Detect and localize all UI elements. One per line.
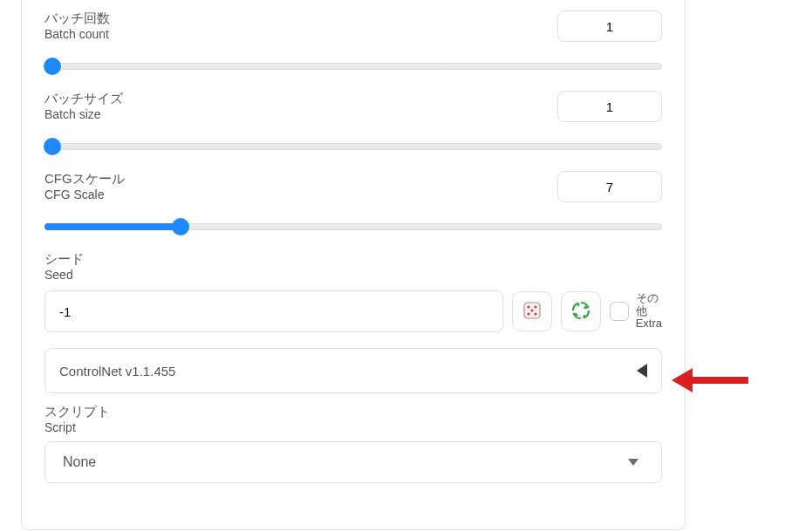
extra-checkbox[interactable]: [610, 302, 629, 321]
batch-size-slider[interactable]: [44, 140, 662, 153]
batch-count-label-ja: バッチ回数: [44, 10, 110, 27]
recycle-icon: [570, 300, 591, 324]
svg-point-2: [534, 305, 536, 308]
cfg-scale-label-ja: CFGスケール: [44, 171, 125, 188]
batch-count-input[interactable]: [557, 10, 662, 42]
cfg-scale-input[interactable]: [557, 171, 662, 202]
batch-size-group: バッチサイズ Batch size: [44, 91, 662, 153]
seed-label-ja: シード: [44, 251, 662, 268]
batch-size-label-en: Batch size: [44, 107, 123, 121]
cfg-scale-group: CFGスケール CFG Scale: [44, 171, 662, 234]
svg-point-3: [530, 309, 533, 311]
script-label-en: Script: [44, 420, 662, 434]
extra-label-ja1: その: [636, 292, 662, 305]
dice-icon: [522, 300, 543, 324]
extra-toggle[interactable]: その 他 Extra: [610, 292, 662, 331]
seed-group: シード Seed: [44, 251, 662, 332]
seed-reuse-button[interactable]: [561, 291, 601, 331]
cfg-scale-slider[interactable]: [44, 220, 662, 234]
script-label-ja: スクリプト: [44, 404, 662, 420]
chevron-down-icon: [628, 459, 638, 466]
batch-count-group: バッチ回数 Batch count: [44, 10, 662, 73]
batch-count-slider[interactable]: [44, 59, 662, 73]
batch-size-input[interactable]: [557, 91, 662, 122]
script-select[interactable]: None: [44, 441, 662, 483]
script-group: スクリプト Script None: [44, 404, 662, 483]
extra-label-ja2: 他: [636, 305, 662, 318]
svg-point-1: [527, 305, 529, 308]
batch-size-label-ja: バッチサイズ: [44, 91, 123, 107]
batch-count-label-en: Batch count: [44, 27, 110, 41]
chevron-left-icon: [637, 364, 647, 378]
script-select-value: None: [63, 454, 96, 470]
seed-random-button[interactable]: [512, 291, 552, 331]
svg-point-4: [527, 312, 529, 315]
controlnet-accordion[interactable]: ControlNet v1.1.455: [44, 348, 662, 393]
svg-point-5: [534, 312, 536, 315]
cfg-scale-label-en: CFG Scale: [44, 188, 125, 201]
settings-panel: バッチ回数 Batch count バッチサイズ Batch size: [21, 0, 686, 530]
seed-input[interactable]: [44, 290, 503, 332]
extra-label-en: Extra: [636, 317, 662, 331]
seed-label-en: Seed: [44, 268, 662, 282]
controlnet-title: ControlNet v1.1.455: [59, 364, 175, 379]
